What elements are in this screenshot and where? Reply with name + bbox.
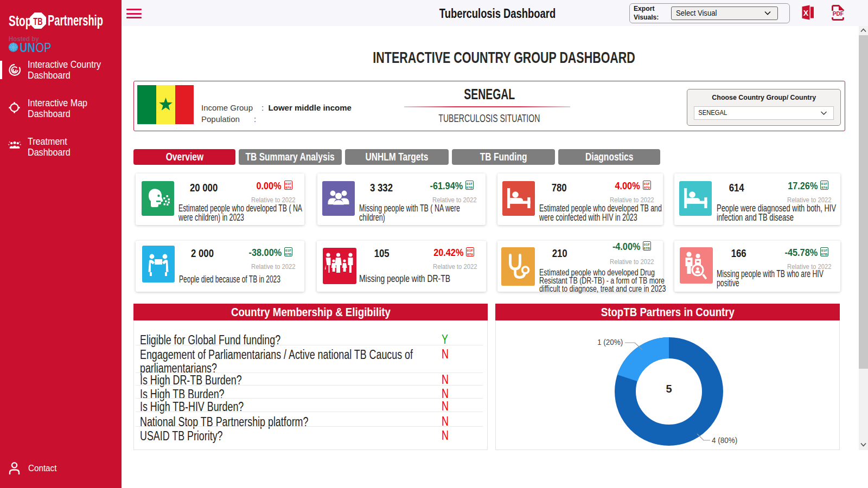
svg-text:TB: TB bbox=[33, 15, 42, 27]
svg-text:OP: OP bbox=[36, 41, 51, 54]
svg-text:4 (80%): 4 (80%) bbox=[712, 436, 737, 445]
svg-text:UN: UN bbox=[20, 41, 35, 54]
svg-text:5: 5 bbox=[666, 383, 672, 395]
svg-text:Partnership: Partnership bbox=[48, 12, 103, 29]
svg-text:X: X bbox=[803, 9, 809, 17]
svg-text:1 (20%): 1 (20%) bbox=[597, 338, 623, 347]
svg-text:PDF: PDF bbox=[833, 10, 844, 17]
svg-text:Stop: Stop bbox=[9, 12, 31, 29]
